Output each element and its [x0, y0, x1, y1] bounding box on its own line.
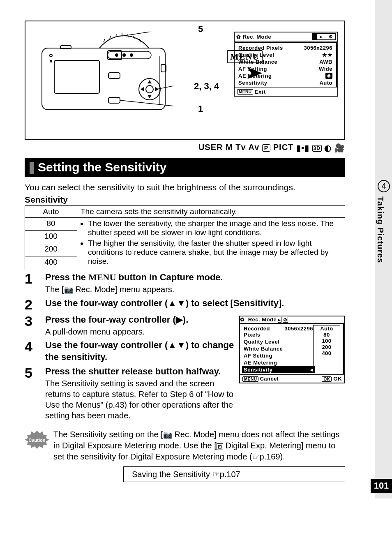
menu-inline: MENU [88, 272, 116, 282]
step-3: 3 Press the four-way controller (▶). A p… [25, 314, 234, 337]
section-heading: Setting the Sensitivity [38, 160, 166, 174]
svg-rect-12 [108, 73, 120, 78]
tab-setup-icon: ⚙ [326, 33, 336, 40]
dropdown-options: Auto 80 100 200 400 [313, 325, 340, 373]
chapter-side-tab: 4 Taking Pictures [376, 180, 392, 263]
tab-play-icon: ▸ [316, 33, 326, 40]
camera-icon: ✿ [240, 316, 245, 323]
pointer-icon: ☞ [252, 452, 260, 461]
pointer-icon: ☞ [212, 470, 220, 479]
callout-234: 2, 3, 4 [194, 81, 219, 92]
ok-mini-button: OK [322, 376, 332, 382]
filter-icon: ◐ [324, 143, 332, 153]
mode-tv: Tv [235, 143, 246, 152]
lcd1-row-sens: SensitivityAuto [238, 79, 332, 86]
highlighted-sensitivity: Sensitivity◂ [242, 366, 315, 373]
svg-rect-1 [54, 60, 99, 93]
tab-play-icon: ▸ [278, 317, 281, 323]
svg-point-7 [130, 54, 133, 56]
caution-note: Caution The Sensitivity setting on the [… [25, 429, 345, 462]
svg-rect-4 [108, 51, 151, 59]
mode-m: M [226, 143, 233, 152]
step-4: 4 Use the four-way controller (▲▼) to ch… [25, 339, 234, 363]
svg-point-13 [50, 54, 52, 57]
page-number: 101 [371, 479, 392, 493]
callout-1: 1 [198, 104, 203, 114]
tab-setup-icon: ⚙ [283, 317, 288, 323]
chapter-label: Taking Pictures [376, 196, 385, 263]
lcd1-footer-label: Exit [254, 89, 266, 95]
lcd-dropdown-menu: ✿ Rec. Mode ▸ ⚙ Recorded Pixels3056x2296… [239, 316, 345, 383]
svg-point-6 [123, 54, 125, 56]
table-cell-auto: Auto [25, 205, 77, 217]
diagram-box: 5 2, 3, 4 1 MENU ✿ Rec. Mode ▸ ⚙ Recorde… [25, 21, 345, 140]
mode-user: USER [198, 143, 223, 152]
section-heading-bar: Setting the Sensitivity [25, 158, 345, 177]
lcd1-row-ae: AE Metering◉ [238, 72, 332, 79]
lcd1-row-af: AF SettingWide [238, 65, 332, 72]
lcd1-row-wb: White BalanceAWB [238, 58, 332, 65]
mode-dial-row: USER M Tv Av P PICT ▮▪▮ 3D ◐ 🎥 [25, 140, 345, 158]
table-cell-100: 100 [25, 231, 77, 243]
table-cell-auto-desc: The camera sets the sensitivity automati… [77, 205, 345, 217]
caution-icon: Caution [25, 431, 49, 449]
intro-text: You can select the sensitivity to suit t… [25, 182, 345, 192]
table-cell-bullets: The lower the sensitivity, the sharper t… [77, 217, 345, 269]
lcd-rec-mode-menu: ✿ Rec. Mode ▸ ⚙ Recorded Pixels3056x2296… [234, 32, 338, 97]
mode-av: Av [248, 143, 259, 152]
table-cell-400: 400 [25, 256, 77, 269]
camera-icon: ✿ [236, 34, 241, 40]
svg-line-16 [124, 32, 173, 36]
movie-icon: 🎥 [334, 143, 345, 153]
svg-point-5 [115, 54, 118, 56]
svg-point-14 [50, 60, 52, 62]
step-2: 2 Use the four-way controller (▲▼) to se… [25, 298, 345, 312]
camera-icon: 📷 [64, 286, 73, 294]
lcd2-title: Rec. Mode [248, 316, 277, 323]
table-cell-80: 80 [25, 217, 77, 230]
svg-point-10 [146, 85, 153, 93]
lcd1-title: Rec. Mode [243, 34, 272, 40]
callout-5: 5 [198, 24, 203, 35]
lcd1-row-quality: Quality Level★★ [238, 51, 332, 58]
reference-box: Saving the Sensitivity ☞p.107 [123, 466, 345, 482]
sensitivity-subhead: Sensitivity [25, 195, 345, 205]
menu-mini-button: MENU [237, 89, 253, 95]
mode-p: P [262, 144, 270, 152]
step-1: 1 Press the MENU button in Capture mode.… [25, 272, 345, 295]
dem-icon: ⊡ [217, 443, 223, 450]
sensitivity-table: Auto The camera sets the sensitivity aut… [25, 205, 345, 269]
mode-pict: PICT [273, 143, 294, 152]
mode-3d: 3D [312, 145, 322, 152]
step-5: 5 Press the shutter release button halfw… [25, 366, 234, 421]
lcd1-row-recorded-pixels: Recorded Pixels3056x2296 [238, 44, 332, 51]
menu-mini-button: MENU [242, 376, 258, 382]
svg-rect-11 [108, 97, 120, 103]
svg-text:Caution: Caution [29, 438, 46, 443]
metering-icon: ◉ [325, 73, 333, 79]
camera-illustration [38, 32, 173, 114]
burst-icon: ▮▪▮ [296, 143, 309, 153]
camera-icon: 📷 [163, 431, 172, 439]
table-cell-200: 200 [25, 243, 77, 256]
chapter-number: 4 [378, 180, 390, 192]
